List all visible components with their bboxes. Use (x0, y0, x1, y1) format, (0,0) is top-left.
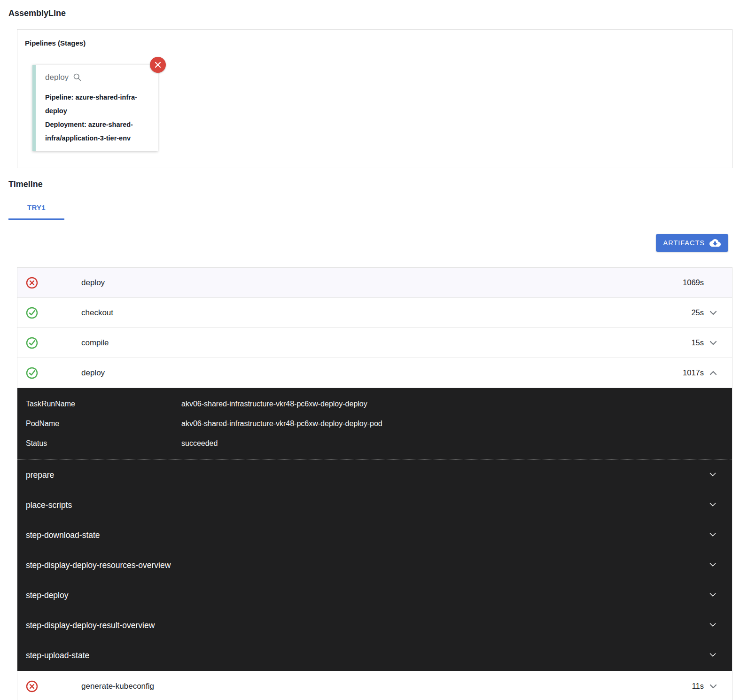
step-name: step-display-deploy-result-overview (26, 621, 155, 630)
step-row-upload-state[interactable]: step-upload-state (17, 640, 732, 670)
stage-card-header: deploy (45, 72, 151, 82)
chevron-down-icon[interactable] (708, 620, 719, 631)
detail-row-taskrunname: TaskRunName akv06-shared-infrastructure-… (17, 394, 732, 414)
stage-name: deploy (81, 368, 105, 378)
stage-row-checkout[interactable]: checkout 25s (17, 298, 732, 328)
stage-duration: 11s (692, 682, 704, 691)
step-row-display-deploy-resources-overview[interactable]: step-display-deploy-resources-overview (17, 550, 732, 580)
stage-card-name: deploy (45, 73, 69, 82)
step-name: place-scripts (26, 500, 72, 510)
detail-value: akv06-shared-infrastructure-vkr48-pc6xw-… (181, 420, 382, 428)
pipelines-panel: Pipelines (Stages) deploy Pipeline: azur… (17, 29, 732, 168)
artifacts-button[interactable]: ARTIFACTS (656, 234, 729, 252)
tab-try1[interactable]: TRY1 (8, 197, 64, 220)
step-name: step-deploy (26, 591, 68, 600)
step-name: step-display-deploy-resources-overview (26, 560, 171, 570)
stage-name: compile (81, 338, 109, 348)
stage-duration: 1069s (683, 278, 704, 287)
detail-label: PodName (26, 420, 181, 428)
pipeline-name-text: Pipeline: azure-shared-infra-deploy (45, 91, 152, 118)
step-row-display-deploy-result-overview[interactable]: step-display-deploy-result-overview (17, 610, 732, 640)
chevron-down-icon[interactable] (708, 650, 719, 661)
timeline-toolbar: ARTIFACTS (0, 234, 748, 252)
status-value: succeeded (181, 439, 218, 448)
chevron-down-icon[interactable] (708, 307, 719, 319)
step-row-place-scripts[interactable]: place-scripts (17, 490, 732, 520)
pipelines-panel-title: Pipelines (Stages) (25, 39, 732, 47)
pipeline-stage-card[interactable]: deploy Pipeline: azure-shared-infra-depl… (32, 65, 158, 151)
chevron-down-icon[interactable] (708, 560, 719, 571)
stage-detail-panel: TaskRunName akv06-shared-infrastructure-… (17, 388, 732, 671)
detail-row-status: Status succeeded (17, 434, 732, 453)
chevron-down-icon[interactable] (708, 590, 719, 601)
chevron-down-icon[interactable] (708, 499, 719, 511)
stage-duration: 1017s (683, 368, 704, 377)
stage-row-deploy-failed[interactable]: deploy 1069s (17, 268, 732, 298)
success-icon (26, 307, 38, 319)
timeline-tabs: TRY1 (8, 197, 748, 220)
stage-row-deploy-success[interactable]: deploy 1017s (17, 358, 732, 388)
step-row-prepare[interactable]: prepare (17, 460, 732, 490)
stage-row-generate-kubeconfig[interactable]: generate-kubeconfig 11s (17, 671, 732, 700)
stage-duration: 25s (691, 308, 704, 317)
taskrun-fields: TaskRunName akv06-shared-infrastructure-… (17, 388, 732, 453)
stage-card-details: Pipeline: azure-shared-infra-deploy Depl… (45, 91, 152, 145)
stage-name: deploy (81, 278, 105, 288)
chevron-down-icon[interactable] (708, 529, 719, 541)
chevron-down-icon[interactable] (708, 337, 719, 349)
artifacts-button-label: ARTIFACTS (663, 239, 705, 247)
detail-row-podname: PodName akv06-shared-infrastructure-vkr4… (17, 414, 732, 434)
chevron-down-icon[interactable] (708, 681, 719, 692)
detail-value: akv06-shared-infrastructure-vkr48-pc6xw-… (181, 400, 367, 408)
search-icon[interactable] (72, 72, 82, 82)
steps-list: prepare place-scripts step-download-stat… (17, 460, 732, 670)
success-icon (26, 337, 38, 349)
detail-label: Status (26, 439, 181, 448)
chevron-up-icon[interactable] (708, 367, 719, 379)
detail-label: TaskRunName (26, 400, 181, 408)
timeline-title: Timeline (8, 179, 748, 189)
step-name: step-upload-state (26, 651, 89, 661)
cloud-download-icon (709, 237, 721, 249)
success-icon (26, 367, 38, 379)
stage-name: checkout (81, 308, 113, 318)
deployment-name-text: Deployment: azure-shared-infra/applicati… (45, 118, 152, 145)
close-icon[interactable] (150, 57, 166, 73)
stage-row-compile[interactable]: compile 15s (17, 328, 732, 358)
page-title: AssemblyLine (8, 8, 748, 18)
step-row-deploy[interactable]: step-deploy (17, 580, 732, 610)
step-name: prepare (26, 470, 54, 480)
stage-name: generate-kubeconfig (81, 682, 154, 691)
stage-table: deploy 1069s checkout 25s compile 15s (17, 267, 732, 700)
error-icon (26, 680, 38, 692)
error-icon (26, 277, 38, 289)
step-name: step-download-state (26, 530, 100, 540)
chevron-down-icon[interactable] (708, 469, 719, 481)
step-row-download-state[interactable]: step-download-state (17, 520, 732, 550)
stage-duration: 15s (691, 338, 704, 347)
